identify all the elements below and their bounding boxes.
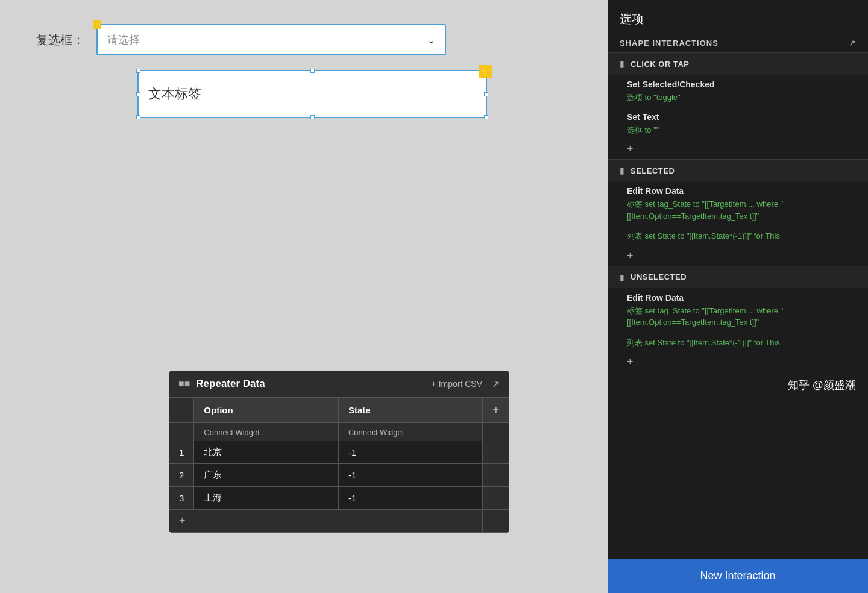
interactions-scroll[interactable]: ▮ CLICK OR TAP Set Selected/Checked 选项 t… bbox=[608, 52, 868, 559]
col-state-header: State bbox=[338, 398, 483, 423]
unselected-edit-row-detail-text: 标签 set tag_State to "[[TargetItem.... wh… bbox=[627, 306, 783, 327]
panel-title: 选项 bbox=[608, 0, 868, 33]
add-column-button[interactable]: + bbox=[483, 398, 509, 423]
click-or-tap-header: ▮ CLICK OR TAP bbox=[608, 53, 868, 75]
unselected-edit-row-detail: 标签 set tag_State to "[[TargetItem.... wh… bbox=[627, 305, 856, 328]
unselected-list-action: 列表 set State to "[[Item.State*(-1)]]" fo… bbox=[608, 332, 868, 353]
add-row-button[interactable]: + bbox=[179, 515, 186, 527]
handle-bm bbox=[310, 115, 315, 119]
watermark: 知乎 @颜盛潮 bbox=[608, 372, 868, 398]
connect-widget-option[interactable]: Connect Widget bbox=[204, 428, 260, 437]
selected-edit-row-detail-text: 标签 set tag_State to "[[TargetItem.... wh… bbox=[627, 199, 783, 221]
set-selected-action: Set Selected/Checked 选项 to "toggle" bbox=[608, 75, 868, 107]
add-selected-action-button[interactable]: + bbox=[608, 246, 868, 266]
connect-widget-state[interactable]: Connect Widget bbox=[348, 428, 404, 437]
repeater-title: Repeater Data bbox=[196, 378, 265, 390]
section-title: SHAPE INTERACTIONS bbox=[620, 39, 719, 48]
repeater-actions: + Import CSV ↗ bbox=[432, 378, 500, 390]
add-row-row[interactable]: + bbox=[169, 510, 509, 533]
row-option-2[interactable]: 广东 bbox=[194, 464, 339, 487]
checkbox-label: 复选框： bbox=[36, 32, 84, 48]
click-or-tap-label: CLICK OR TAP bbox=[631, 60, 689, 69]
selected-edit-row-detail: 标签 set tag_State to "[[TargetItem.... wh… bbox=[627, 198, 856, 222]
chevron-down-icon: ⌄ bbox=[427, 34, 435, 46]
row-num-3: 3 bbox=[169, 487, 194, 510]
checkbox-row: 复选框： 请选择 ⌄ bbox=[36, 24, 571, 55]
row-state-3[interactable]: -1 bbox=[338, 487, 483, 510]
selected-edit-row-label[interactable]: Edit Row Data bbox=[627, 186, 856, 196]
handle-ml bbox=[136, 92, 140, 96]
handle-mr bbox=[484, 92, 488, 96]
unselected-list-detail-text: 列表 set State to "[[Item.State*(-1)]]" fo… bbox=[627, 338, 780, 347]
set-text-detail: 选框 to "" bbox=[627, 124, 856, 136]
text-label-box[interactable]: ⚡ 文本标签 bbox=[137, 70, 487, 118]
unselected-list-detail: 列表 set State to "[[Item.State*(-1)]]" fo… bbox=[627, 337, 856, 349]
collapse-click-tap-button[interactable]: ▮ bbox=[620, 59, 624, 69]
row-state-1[interactable]: -1 bbox=[338, 441, 483, 464]
selected-list-detail: 列表 set State to "[[Item.State*(-1)]]" fo… bbox=[627, 230, 856, 242]
unselected-header: ▮ UNSELECTED bbox=[608, 266, 868, 288]
repeater-table: Option State + Connect Widget Connect Wi… bbox=[169, 397, 509, 533]
handle-br bbox=[484, 115, 488, 119]
expand-icon[interactable]: ↗ bbox=[492, 378, 500, 390]
repeater-panel: ■■ Repeater Data + Import CSV ↗ Option S… bbox=[169, 371, 509, 533]
add-unselected-action-button[interactable]: + bbox=[608, 352, 868, 372]
selected-list-action: 列表 set State to "[[Item.State*(-1)]]" fo… bbox=[608, 225, 868, 246]
selected-section: ▮ SELECTED Edit Row Data 标签 set tag_Stat… bbox=[608, 159, 868, 266]
row-num-2: 2 bbox=[169, 464, 194, 487]
set-text-action: Set Text 选框 to "" bbox=[608, 107, 868, 140]
row-option-3[interactable]: 上海 bbox=[194, 487, 339, 510]
dropdown-placeholder-text: 请选择 bbox=[107, 33, 140, 47]
unselected-edit-row-label[interactable]: Edit Row Data bbox=[627, 293, 856, 303]
handle-tm bbox=[310, 69, 315, 73]
dropdown-container: 请选择 ⌄ bbox=[96, 24, 446, 55]
unselected-edit-row-action: Edit Row Data 标签 set tag_State to "[[Tar… bbox=[608, 288, 868, 332]
repeater-title-area: ■■ Repeater Data bbox=[178, 378, 265, 390]
set-text-label[interactable]: Set Text bbox=[627, 112, 856, 122]
selected-edit-row-action: Edit Row Data 标签 set tag_State to "[[Tar… bbox=[608, 181, 868, 225]
row-state-2[interactable]: -1 bbox=[338, 464, 483, 487]
handle-bl bbox=[136, 115, 140, 119]
shape-interactions-header: SHAPE INTERACTIONS ↗ bbox=[608, 33, 868, 52]
table-row: 2 广东 -1 bbox=[169, 464, 509, 487]
dropdown-select[interactable]: 请选择 ⌄ bbox=[96, 24, 446, 55]
row-num-1: 1 bbox=[169, 441, 194, 464]
import-csv-button[interactable]: + Import CSV bbox=[432, 379, 482, 389]
collapse-selected-button[interactable]: ▮ bbox=[620, 166, 624, 175]
unselected-label: UNSELECTED bbox=[631, 272, 687, 281]
external-link-icon[interactable]: ↗ bbox=[849, 38, 856, 48]
lightning-badge-icon: ⚡ bbox=[479, 65, 492, 78]
selected-header: ▮ SELECTED bbox=[608, 160, 868, 181]
set-selected-label[interactable]: Set Selected/Checked bbox=[627, 80, 856, 89]
canvas: 复选框： 请选择 ⌄ ⚡ 文本标签 ■■ Repea bbox=[0, 0, 608, 593]
click-or-tap-section: ▮ CLICK OR TAP Set Selected/Checked 选项 t… bbox=[608, 52, 868, 159]
grid-icon: ■■ bbox=[178, 378, 190, 389]
collapse-unselected-button[interactable]: ▮ bbox=[620, 272, 624, 282]
table-row: 3 上海 -1 bbox=[169, 487, 509, 510]
repeater-header: ■■ Repeater Data + Import CSV ↗ bbox=[169, 371, 509, 397]
new-interaction-button[interactable]: New Interaction bbox=[608, 559, 868, 593]
table-row: 1 北京 -1 bbox=[169, 441, 509, 464]
handle-tl bbox=[136, 69, 140, 73]
right-panel: 选项 SHAPE INTERACTIONS ↗ ▮ CLICK OR TAP S… bbox=[608, 0, 868, 593]
set-selected-detail: 选项 to "toggle" bbox=[627, 92, 856, 104]
row-option-1[interactable]: 北京 bbox=[194, 441, 339, 464]
selected-list-detail-text: 列表 set State to "[[Item.State*(-1)]]" fo… bbox=[627, 231, 780, 240]
col-option-header: Option bbox=[194, 398, 339, 423]
text-label-text: 文本标签 bbox=[148, 85, 201, 103]
add-click-action-button[interactable]: + bbox=[608, 139, 868, 159]
selected-label: SELECTED bbox=[631, 166, 675, 175]
unselected-section: ▮ UNSELECTED Edit Row Data 标签 set tag_St… bbox=[608, 266, 868, 372]
yellow-dot-icon bbox=[93, 20, 101, 29]
